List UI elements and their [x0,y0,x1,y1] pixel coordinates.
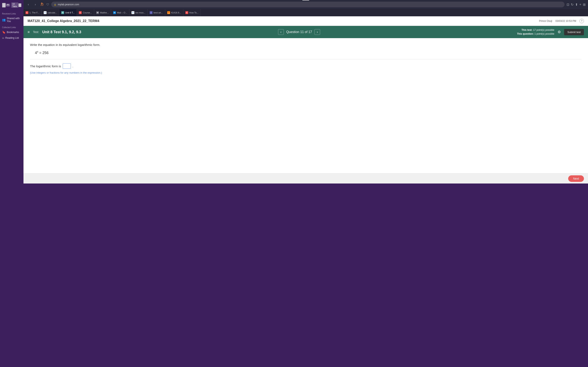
tab-label-9: 41418.9... [171,11,181,14]
tab-2[interactable]: G calculat... [42,9,59,16]
tab-9[interactable]: 🦊 41418.9... [165,9,183,16]
tabs-count: 10 Tabs [11,2,18,8]
tab-favicon-9: 🦊 [167,11,170,14]
forward-button[interactable]: › [33,2,38,7]
question-area: Write the equation in its equivalent log… [24,38,294,173]
question-nav: ‹ Question 11 of 17 › [278,29,294,35]
sidebar-top: ☰ 🗔 10 Tabs ⊞ [0,0,24,10]
browser: ‹ › ℏ 🛡 🔒 mylab.pearson.com ⊡ ↻ ⬆ + ⊞ C … [24,0,294,184]
tab-10[interactable]: C How To... [183,9,201,16]
titlebar: ‹ › ℏ 🛡 🔒 mylab.pearson.com ⊡ ↻ ⬆ + ⊞ [24,0,294,9]
tabsbar: C 1. The F... G calculat... P Unit 8 T..… [24,9,294,16]
tab-1[interactable]: C 1. The F... [24,9,42,16]
circles-icon: ∞ [2,36,4,40]
tab-favicon-3: P [61,11,64,14]
tab-favicon-6: M [113,11,116,14]
tab-6[interactable]: M Mail – O... [111,9,130,16]
tab-favicon-10: C [185,11,188,14]
prev-question-button[interactable]: ‹ [278,29,284,35]
tab-4[interactable]: C Course... [77,9,94,16]
tabs-icon: 🗔 [6,4,10,7]
answer-suffix: . [72,64,73,68]
shield-icon: 🛡 [46,3,49,6]
answer-row: The logarithmic form is . [30,63,294,69]
tab-favicon-2: G [44,11,47,14]
tab-label-2: calculat... [48,11,57,14]
tab-label-3: Unit 8 T... [65,11,75,14]
sidebar: ☰ 🗔 10 Tabs ⊞ Received Links 👥 Shared wi… [0,0,24,184]
bookmarks-label: Bookmarks [7,31,19,34]
sidebar-item-shared-with-you[interactable]: 👥 Shared with You [0,16,24,24]
tab-label-1: 1. The F... [29,11,39,14]
tab-label-4: Course... [83,11,92,14]
question-prompt: Write the equation in its equivalent log… [30,43,294,47]
sidebar-toggle-button[interactable]: ☰ [2,3,6,8]
tab-label-5: Matthe... [100,11,109,14]
test-name: Unit 8 Test 9.1, 9.2, 9.3 [42,30,81,34]
tab-favicon-4: C [79,11,82,14]
hamburger-button[interactable]: ≡ [27,30,30,34]
back-button[interactable]: ‹ [26,2,31,7]
shared-with-you-label: Shared with You [7,17,21,23]
received-links-label: Received Links [0,10,24,16]
page-title: MAT120_41_College Algebra_2021_22_TERM4 [27,19,99,23]
tab-label-10: How To... [189,11,199,14]
answer-input[interactable] [63,63,71,69]
hint-text: (Use integers or fractions for any numbe… [30,71,294,74]
grid-view-button[interactable]: ⊞ [18,3,21,7]
tabs-label: 🗔 10 Tabs [6,2,18,8]
lock-icon: 🔒 [54,3,57,6]
tab-3[interactable]: P Unit 8 T... [59,9,77,16]
tab-7[interactable]: G rex moo... [130,9,148,16]
tab-label-6: Mail – O... [117,11,127,14]
question-info: Question 11 of 17 [286,30,294,34]
page-header: MAT120_41_College Algebra_2021_22_TERM4 … [24,16,294,26]
tab-label-8: best art... [154,11,163,14]
tab-5[interactable]: M Matthe... [94,9,111,16]
tab-favicon-8: i [150,11,153,14]
test-toolbar: ≡ Test: Unit 8 Test 9.1, 9.2, 9.3 ‹ Ques… [24,26,294,38]
tab-8[interactable]: i best art... [148,9,165,16]
tab-label-7: rex moo... [135,11,145,14]
address-text: mylab.pearson.com [58,3,79,6]
equation-display: 44 = 256 [35,50,294,55]
sidebar-item-bookmarks[interactable]: 🔖 Bookmarks [0,29,24,35]
tab-favicon-7: G [131,11,134,14]
bottom-bar: Next [24,173,294,184]
answer-prefix: The logarithmic form is [30,64,61,68]
app-logo: ℏ [41,2,43,7]
test-label: Test: [33,30,39,34]
tab-favicon-5: M [96,11,99,14]
tab-favicon-1: C [26,11,28,14]
sidebar-item-reading-list[interactable]: ∞ Reading List [0,35,24,41]
reading-list-label: Reading List [5,36,19,39]
bookmark-icon: 🔖 [2,31,6,34]
collected-links-label: Collected Links [0,24,24,29]
address-bar[interactable]: 🔒 mylab.pearson.com [51,2,294,7]
content-area: MAT120_41_College Algebra_2021_22_TERM4 … [24,16,294,184]
people-icon: 👥 [2,18,6,21]
